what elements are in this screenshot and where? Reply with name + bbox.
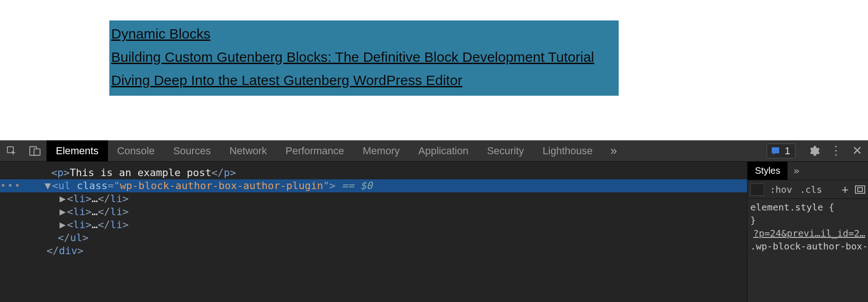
- new-style-rule-icon[interactable]: +: [842, 183, 848, 196]
- styles-rules[interactable]: element.style { } ?p=24&previ…il_id=2… .…: [748, 199, 868, 302]
- rule-selector: element.style {: [750, 202, 835, 213]
- svg-rect-4: [858, 188, 862, 191]
- selected-node-marker: == $0: [335, 180, 372, 191]
- devtools-body: <p>This is an example post</p> •••▼<ul c…: [0, 162, 868, 302]
- kebab-menu-icon[interactable]: ⋮: [825, 144, 847, 158]
- expand-toggle-icon[interactable]: ▶: [60, 192, 67, 205]
- issues-button[interactable]: 1: [767, 144, 795, 158]
- tabs-overflow-icon[interactable]: »: [602, 140, 625, 161]
- dom-text-node: This is an example post: [70, 167, 212, 178]
- tab-performance[interactable]: Performance: [276, 140, 354, 161]
- tab-security[interactable]: Security: [478, 140, 533, 161]
- collapse-toggle-icon[interactable]: ▼: [45, 179, 52, 192]
- dom-row-selected[interactable]: •••▼<ul class="wp-block-author-box-autho…: [0, 179, 747, 192]
- row-actions-icon[interactable]: •••: [0, 179, 19, 192]
- devtools-toolbar: Elements Console Sources Network Perform…: [0, 140, 868, 162]
- highlighted-element-overlay: Dynamic Blocks Building Custom Gutenberg…: [109, 20, 619, 96]
- dom-row[interactable]: <p>This is an example post</p>: [0, 166, 747, 179]
- expand-toggle-icon[interactable]: ▶: [60, 205, 67, 218]
- styles-panel: Styles » :hov .cls + element.style { } ?…: [747, 162, 868, 302]
- cls-toggle[interactable]: .cls: [798, 184, 824, 195]
- svg-rect-3: [855, 186, 865, 193]
- tab-lighthouse[interactable]: Lighthouse: [533, 140, 602, 161]
- expand-toggle-icon[interactable]: ▶: [60, 218, 67, 231]
- tab-elements[interactable]: Elements: [47, 140, 108, 161]
- page-link[interactable]: Diving Deep Into the Latest Gutenberg Wo…: [111, 69, 462, 92]
- settings-icon[interactable]: [804, 145, 825, 157]
- dom-row[interactable]: </ul>: [0, 231, 747, 244]
- rule-brace: }: [750, 215, 756, 226]
- dom-row[interactable]: ▶<li>…</li>: [0, 205, 747, 218]
- svg-rect-2: [34, 149, 40, 155]
- rule-source-link[interactable]: ?p=24&previ…il_id=2…: [750, 227, 865, 240]
- device-toolbar-icon[interactable]: [23, 140, 47, 161]
- issues-count: 1: [785, 145, 790, 157]
- tab-application[interactable]: Application: [409, 140, 478, 161]
- rule-selector: .wp-block-author-box-: [750, 241, 868, 252]
- close-devtools-icon[interactable]: ✕: [847, 144, 868, 158]
- dom-row[interactable]: ▶<li>…</li>: [0, 218, 747, 231]
- page-link[interactable]: Dynamic Blocks: [111, 22, 210, 46]
- tab-network[interactable]: Network: [220, 140, 276, 161]
- page-link[interactable]: Building Custom Gutenberg Blocks: The De…: [111, 46, 594, 69]
- inspect-element-icon[interactable]: [0, 140, 23, 161]
- dom-row-truncated: [0, 162, 747, 166]
- styles-filter-input[interactable]: [750, 184, 764, 196]
- tab-memory[interactable]: Memory: [354, 140, 409, 161]
- page-viewport: Dynamic Blocks Building Custom Gutenberg…: [0, 0, 868, 140]
- devtools-panel: Elements Console Sources Network Perform…: [0, 140, 868, 302]
- styles-toolbar: :hov .cls +: [748, 180, 868, 199]
- dom-row[interactable]: ▶<li>…</li>: [0, 192, 747, 205]
- tab-console[interactable]: Console: [108, 140, 164, 161]
- styles-tabs-overflow-icon[interactable]: »: [788, 162, 805, 180]
- styles-tab-styles[interactable]: Styles: [748, 162, 788, 180]
- computed-panel-icon[interactable]: [855, 185, 865, 194]
- dom-attr-value: wp-block-author-box-author-plugin: [120, 180, 323, 191]
- hov-toggle[interactable]: :hov: [768, 184, 794, 195]
- dom-row[interactable]: </div>: [0, 244, 747, 257]
- styles-tabs: Styles »: [748, 162, 868, 180]
- devtools-toolbar-right: 1 ⋮ ✕: [767, 140, 868, 161]
- elements-panel[interactable]: <p>This is an example post</p> •••▼<ul c…: [0, 162, 747, 302]
- devtools-tabs: Elements Console Sources Network Perform…: [47, 140, 626, 161]
- tab-sources[interactable]: Sources: [164, 140, 220, 161]
